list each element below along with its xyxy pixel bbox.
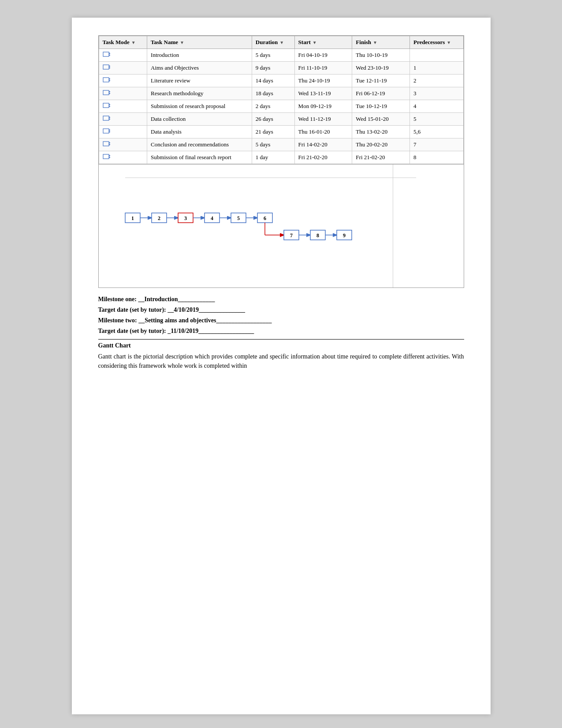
task-name-cell: Submission of final research report: [147, 151, 252, 164]
svg-text:9: 9: [343, 232, 346, 239]
table-row: Submission of research proposal2 daysMon…: [99, 100, 463, 113]
col-header-task-name[interactable]: Task Name ▼: [147, 36, 252, 49]
table-row: Aims and Objectives9 daysFri 11-10-19Wed…: [99, 62, 463, 75]
task-mode-cell: [99, 49, 147, 62]
svg-text:8: 8: [316, 232, 319, 239]
svg-text:4: 4: [211, 215, 213, 221]
task-mode-cell: [99, 87, 147, 100]
svg-marker-9: [109, 67, 110, 69]
gantt-chart-body: Gantt chart is the pictorial description…: [98, 352, 464, 370]
network-diagram: 1 2 3 4 5 6: [98, 164, 464, 288]
col-header-predecessors[interactable]: Predecessors ▼: [410, 36, 463, 49]
task-mode-dropdown-arrow[interactable]: ▼: [131, 40, 136, 45]
start-cell: Mon 09-12-19: [294, 100, 352, 113]
predecessors-cell: 5,6: [410, 126, 463, 138]
svg-marker-42: [109, 155, 110, 157]
svg-marker-37: [109, 142, 110, 144]
task-name-cell: Aims and Objectives: [147, 62, 252, 75]
start-cell: Fri 11-10-19: [294, 62, 352, 75]
svg-marker-14: [109, 80, 110, 82]
svg-marker-24: [109, 105, 110, 107]
table-row: Submission of final research report1 day…: [99, 151, 463, 164]
finish-cell: Tue 12-11-19: [352, 75, 410, 87]
task-name-dropdown-arrow[interactable]: ▼: [180, 40, 184, 45]
duration-cell: 18 days: [252, 87, 294, 100]
svg-rect-15: [103, 90, 109, 95]
task-mode-icon: [103, 128, 111, 134]
start-cell: Thu 16-01-20: [294, 126, 352, 138]
svg-marker-4: [109, 54, 110, 56]
svg-text:1: 1: [131, 215, 134, 221]
svg-text:6: 6: [264, 215, 266, 221]
task-name-cell: Research methodology: [147, 87, 252, 100]
finish-cell: Wed 23-10-19: [352, 62, 410, 75]
task-mode-icon: [103, 77, 111, 83]
start-dropdown-arrow[interactable]: ▼: [313, 40, 317, 45]
task-mode-cell: [99, 75, 147, 87]
target-date-two: Target date (set by tutor): _11/10/2019_…: [98, 328, 464, 335]
duration-cell: 2 days: [252, 100, 294, 113]
duration-cell: 26 days: [252, 113, 294, 126]
finish-cell: Thu 10-10-19: [352, 49, 410, 62]
bottom-section: Milestone one: __Introduction___________…: [98, 288, 464, 370]
start-cell: Wed 11-12-19: [294, 113, 352, 126]
task-mode-icon: [103, 153, 111, 160]
finish-cell: Fri 21-02-20: [352, 151, 410, 164]
milestone-two: Milestone two: __Setting aims and object…: [98, 317, 464, 324]
duration-cell: 14 days: [252, 75, 294, 87]
predecessors-dropdown-arrow[interactable]: ▼: [447, 40, 451, 45]
duration-cell: 5 days: [252, 49, 294, 62]
start-cell: Wed 13-11-19: [294, 87, 352, 100]
task-name-cell: Conclusion and recommendations: [147, 138, 252, 151]
predecessors-cell: [410, 49, 463, 62]
start-cell: Thu 24-10-19: [294, 75, 352, 87]
svg-rect-40: [103, 154, 109, 159]
col-header-task-mode[interactable]: Task Mode ▼: [99, 36, 147, 49]
table-row: Conclusion and recommendations5 daysFri …: [99, 138, 463, 151]
svg-rect-30: [103, 129, 109, 133]
svg-rect-10: [103, 78, 109, 82]
svg-marker-2: [109, 52, 110, 54]
task-mode-icon: [103, 141, 111, 147]
start-cell: Fri 14-02-20: [294, 138, 352, 151]
gantt-chart-heading: Gantt Chart: [98, 339, 464, 349]
predecessors-cell: 1: [410, 62, 463, 75]
table-row: Literature review14 daysThu 24-10-19Tue …: [99, 75, 463, 87]
task-name-cell: Data collection: [147, 113, 252, 126]
svg-text:7: 7: [290, 232, 293, 239]
finish-cell: Thu 13-02-20: [352, 126, 410, 138]
predecessors-cell: 4: [410, 100, 463, 113]
duration-dropdown-arrow[interactable]: ▼: [279, 40, 284, 45]
project-table-container: Task Mode ▼ Task Name ▼ Duration ▼: [98, 35, 464, 164]
page: Task Mode ▼ Task Name ▼ Duration ▼: [72, 18, 491, 714]
table-row: Data analysis21 daysThu 16-01-20Thu 13-0…: [99, 126, 463, 138]
start-cell: Fri 21-02-20: [294, 151, 352, 164]
duration-cell: 5 days: [252, 138, 294, 151]
svg-rect-5: [103, 65, 109, 69]
start-cell: Fri 04-10-19: [294, 49, 352, 62]
svg-rect-20: [103, 103, 109, 108]
finish-dropdown-arrow[interactable]: ▼: [373, 40, 377, 45]
duration-cell: 1 day: [252, 151, 294, 164]
finish-cell: Tue 10-12-19: [352, 100, 410, 113]
col-header-duration[interactable]: Duration ▼: [252, 36, 294, 49]
task-mode-icon: [103, 90, 111, 96]
task-mode-cell: [99, 151, 147, 164]
col-header-start[interactable]: Start ▼: [294, 36, 352, 49]
svg-text:2: 2: [158, 215, 160, 221]
predecessors-cell: 7: [410, 138, 463, 151]
svg-text:3: 3: [184, 215, 187, 221]
table-row: Introduction5 daysFri 04-10-19Thu 10-10-…: [99, 49, 463, 62]
predecessors-cell: 3: [410, 87, 463, 100]
col-header-finish[interactable]: Finish ▼: [352, 36, 410, 49]
task-mode-cell: [99, 100, 147, 113]
network-diagram-svg: 1 2 3 4 5 6: [99, 164, 443, 288]
svg-rect-25: [103, 116, 109, 120]
task-mode-cell: [99, 113, 147, 126]
predecessors-cell: 8: [410, 151, 463, 164]
task-mode-cell: [99, 126, 147, 138]
project-table: Task Mode ▼ Task Name ▼ Duration ▼: [99, 36, 464, 164]
task-mode-icon: [103, 51, 111, 57]
finish-cell: Thu 20-02-20: [352, 138, 410, 151]
svg-marker-12: [109, 78, 110, 80]
